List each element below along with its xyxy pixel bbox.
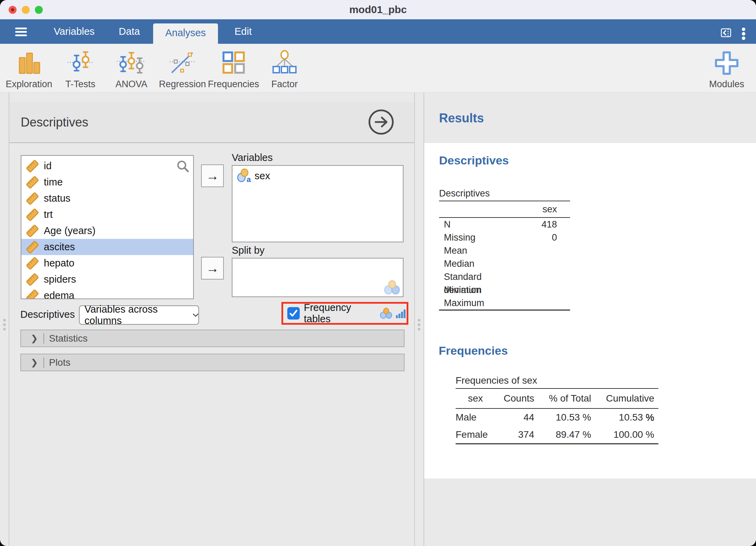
move-to-variables-button[interactable]: → (201, 164, 224, 187)
continuous-variable-icon (26, 257, 39, 270)
variable-item[interactable]: Age (years) (21, 223, 193, 239)
splitter-grip-handle[interactable] (418, 319, 420, 332)
variable-item-selected[interactable]: ascites (21, 239, 193, 255)
descriptives-table[interactable]: Descriptives sex N418 Missing0 Mean Medi… (439, 188, 570, 311)
chevron-right-icon: ❯ (31, 357, 38, 367)
analysis-title: Descriptives (21, 115, 88, 130)
nominal-watermark-icon (384, 280, 400, 295)
options-panel-header: Descriptives (9, 102, 414, 143)
move-to-splitby-button[interactable]: → (201, 257, 224, 280)
title-bar: mod01_pbc (0, 0, 756, 20)
factor-tree-icon (252, 49, 317, 78)
results-panel-title: Results (439, 111, 484, 125)
variable-item[interactable]: hepato (21, 255, 193, 271)
analyses-toolbar: Exploration T-Tests (0, 44, 756, 93)
section-divider (43, 333, 44, 344)
section-divider (43, 357, 44, 368)
nominal-cluster-icon (380, 307, 392, 320)
table-row: Missing0 (439, 231, 570, 244)
continuous-variable-icon (26, 208, 39, 221)
descriptives-layout-dropdown[interactable]: Variables across columns (79, 305, 199, 325)
dropdown-selected-value: Variables across columns (84, 304, 188, 326)
panel-divider-left[interactable] (414, 92, 415, 546)
section-statistics[interactable]: ❯ Statistics (20, 330, 405, 347)
bar-chart-small-icon (396, 308, 407, 319)
variable-item[interactable]: time (21, 174, 193, 190)
frequencies-table[interactable]: Frequencies of sex sex Counts % of Total… (456, 375, 658, 444)
frequency-tables-highlight: Frequency tables (281, 302, 408, 325)
results-descriptives-heading[interactable]: Descriptives (439, 154, 509, 167)
frequency-tables-label: Frequency tables (304, 302, 375, 325)
variable-item[interactable]: edema (21, 287, 193, 299)
continuous-variable-icon (26, 160, 39, 173)
tab-variables[interactable]: Variables (48, 19, 100, 44)
table-row: Male 44 10.53 % 10.53 % (456, 409, 658, 426)
toolbar-factor[interactable]: Factor (252, 44, 317, 92)
table-row: N418 (439, 218, 570, 231)
variable-item[interactable]: id (21, 158, 193, 174)
plus-icon (694, 49, 756, 78)
chevron-down-icon (193, 313, 198, 317)
kebab-menu-icon[interactable] (742, 28, 746, 40)
variable-item[interactable]: status (21, 190, 193, 206)
variables-box[interactable]: a sex (232, 165, 404, 242)
left-grip-handle[interactable] (3, 319, 6, 332)
left-edge-divider (9, 92, 9, 546)
continuous-variable-icon (26, 289, 39, 300)
hamburger-menu-icon[interactable] (15, 28, 27, 36)
variables-box-label: Variables (232, 152, 273, 163)
main-tab-bar: Variables Data Analyses Edit (0, 19, 756, 44)
collapse-results-icon[interactable] (721, 28, 731, 38)
continuous-variable-icon (26, 224, 39, 237)
descriptives-table-title: Descriptives (439, 188, 570, 201)
tab-data[interactable]: Data (107, 19, 152, 44)
app-window: mod01_pbc Variables Data Analyses Edit (0, 0, 756, 546)
continuous-variable-icon (26, 176, 39, 189)
variable-item[interactable]: spiders (21, 271, 193, 287)
continuous-variable-icon (26, 241, 39, 254)
table-row: Median (439, 257, 570, 270)
frequency-tables-checkbox[interactable] (287, 307, 300, 320)
checkmark-icon (289, 310, 298, 317)
section-plots[interactable]: ❯ Plots (20, 354, 405, 371)
variable-item[interactable]: trt (21, 206, 193, 223)
descriptives-column-header: sex (439, 201, 570, 218)
tab-edit[interactable]: Edit (222, 19, 264, 44)
frequencies-table-title: Frequencies of sex (456, 375, 658, 388)
table-row: Standard deviation (439, 270, 570, 283)
results-frequencies-heading[interactable]: Frequencies (439, 344, 508, 357)
assigned-variable-sex[interactable]: a sex (232, 166, 403, 183)
source-variables-list: id time status trt Age (years) ascites h… (21, 155, 194, 299)
splitby-box-label: Split by (232, 245, 265, 256)
continuous-variable-icon (26, 273, 39, 286)
splitby-box[interactable] (232, 258, 404, 297)
collapse-options-arrow-button[interactable] (367, 108, 395, 136)
table-row: Maximum (439, 296, 570, 311)
tab-analyses[interactable]: Analyses (153, 23, 218, 44)
descriptives-dropdown-label: Descriptives (20, 309, 75, 320)
search-icon[interactable] (177, 160, 189, 172)
frequencies-header-row: sex Counts % of Total Cumulative % (456, 388, 658, 409)
continuous-variable-icon (26, 192, 39, 205)
toolbar-modules[interactable]: Modules (694, 44, 756, 92)
table-row: Mean (439, 244, 570, 257)
nominal-variable-icon: a (237, 169, 251, 183)
table-row: Minimum (439, 283, 570, 296)
table-row: Female 374 89.47 % 100.00 % (456, 426, 658, 443)
svg-text:a: a (247, 175, 251, 183)
window-title: mod01_pbc (0, 0, 756, 19)
chevron-right-icon: ❯ (31, 333, 38, 343)
